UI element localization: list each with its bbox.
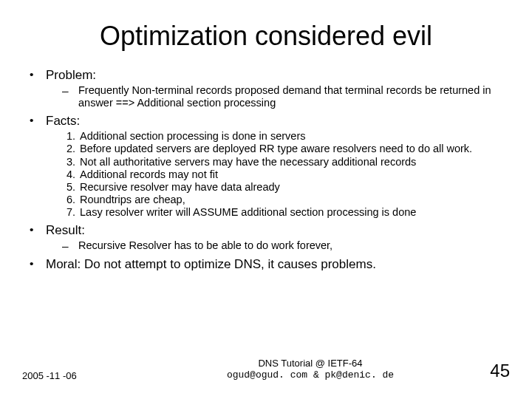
list-text: Recursive resolver may have data already bbox=[80, 181, 510, 194]
slide: Optimization considered evil Problem: Fr… bbox=[0, 0, 532, 399]
bullet-problem: Problem: bbox=[30, 68, 510, 83]
bullet-dot-icon bbox=[30, 68, 46, 83]
bullet-moral: Moral: Do not attempt to optimize DNS, i… bbox=[30, 257, 510, 272]
list-number: 5. bbox=[62, 181, 80, 194]
list-text: Additional records may not fit bbox=[80, 168, 510, 181]
list-number: 1. bbox=[62, 130, 80, 143]
result-item: Recursive Resolver has to be able to do … bbox=[62, 239, 510, 253]
footer-title: DNS Tutorial @ IETF-64 bbox=[155, 358, 466, 369]
list-text: Not all authoritative servers may have t… bbox=[80, 156, 510, 168]
facts-label: Facts: bbox=[46, 114, 80, 129]
bullet-result: Result: bbox=[30, 223, 510, 238]
problem-item-text: Frequently Non-terminal records proposed… bbox=[78, 84, 510, 109]
list-number: 4. bbox=[62, 168, 80, 181]
bullet-dot-icon bbox=[30, 223, 46, 238]
result-item-text: Recursive Resolver has to be able to do … bbox=[78, 239, 510, 253]
footer-center: DNS Tutorial @ IETF-64 ogud@ogud. com & … bbox=[155, 358, 466, 382]
result-label: Result: bbox=[46, 223, 85, 238]
facts-list: 1.Additional section processing is done … bbox=[62, 130, 510, 219]
list-item: 2.Before updated servers are deployed RR… bbox=[62, 143, 510, 155]
page-number: 45 bbox=[466, 361, 510, 381]
list-text: Roundtrips are cheap, bbox=[80, 194, 510, 206]
list-text: Additional section processing is done in… bbox=[80, 130, 510, 143]
slide-body: Problem: Frequently Non-terminal records… bbox=[22, 68, 510, 272]
list-item: 4.Additional records may not fit bbox=[62, 168, 510, 181]
slide-footer: 2005 -11 -06 DNS Tutorial @ IETF-64 ogud… bbox=[0, 358, 532, 382]
list-number: 3. bbox=[62, 156, 80, 168]
list-item: 3.Not all authoritative servers may have… bbox=[62, 156, 510, 168]
footer-date: 2005 -11 -06 bbox=[22, 370, 155, 381]
list-item: 7.Lasy resolver writer will ASSUME addit… bbox=[62, 206, 510, 219]
problem-label: Problem: bbox=[46, 68, 96, 83]
list-number: 2. bbox=[62, 143, 80, 155]
slide-title: Optimization considered evil bbox=[22, 21, 510, 52]
moral-text: Moral: Do not attempt to optimize DNS, i… bbox=[46, 257, 376, 272]
dash-icon bbox=[62, 239, 78, 253]
list-text: Before updated servers are deployed RR t… bbox=[80, 143, 510, 155]
list-number: 7. bbox=[62, 206, 80, 219]
footer-emails: ogud@ogud. com & pk@denic. de bbox=[155, 369, 466, 381]
list-text: Lasy resolver writer will ASSUME additio… bbox=[80, 206, 510, 219]
list-number: 6. bbox=[62, 194, 80, 206]
dash-icon bbox=[62, 84, 78, 109]
bullet-dot-icon bbox=[30, 257, 46, 272]
list-item: 1.Additional section processing is done … bbox=[62, 130, 510, 143]
bullet-dot-icon bbox=[30, 114, 46, 129]
problem-item: Frequently Non-terminal records proposed… bbox=[62, 84, 510, 109]
list-item: 6.Roundtrips are cheap, bbox=[62, 194, 510, 206]
bullet-facts: Facts: bbox=[30, 114, 510, 129]
list-item: 5.Recursive resolver may have data alrea… bbox=[62, 181, 510, 194]
